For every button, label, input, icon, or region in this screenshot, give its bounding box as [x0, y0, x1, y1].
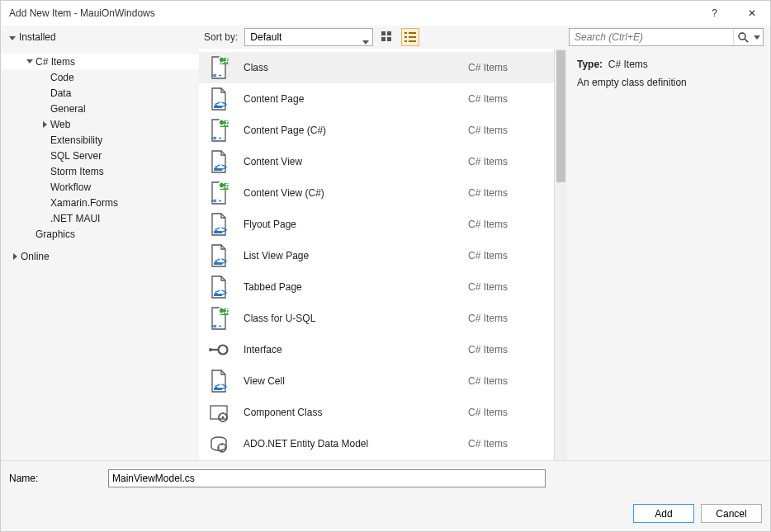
- search-icon: [737, 31, 749, 43]
- tree-item-label: C# Items: [35, 56, 75, 68]
- footer: Name: Add Cancel: [1, 460, 770, 531]
- template-row[interactable]: Component ClassC# Items: [199, 397, 554, 428]
- template-row[interactable]: Class for U-SQLC# Items: [199, 303, 554, 334]
- svg-point-10: [739, 33, 745, 40]
- tree-item[interactable]: General: [1, 101, 199, 116]
- sort-by-label: Sort by:: [204, 31, 238, 43]
- template-row[interactable]: Application Configuration FileC# Items: [199, 459, 554, 460]
- svg-rect-3: [387, 37, 391, 41]
- template-row[interactable]: Tabbed PageC# Items: [199, 271, 554, 303]
- online-tab[interactable]: Online: [1, 248, 199, 264]
- template-row[interactable]: List View PageC# Items: [199, 240, 554, 271]
- cancel-button[interactable]: Cancel: [701, 504, 762, 523]
- xaml-icon: [207, 370, 230, 393]
- installed-tab-label: Installed: [19, 31, 56, 43]
- template-row[interactable]: Content PageC# Items: [199, 83, 554, 115]
- tree-item-label: Storm Items: [50, 166, 104, 177]
- tree-item[interactable]: Extensibility: [1, 132, 199, 148]
- tree-item-label: Workflow: [50, 181, 91, 193]
- svg-rect-8: [404, 40, 407, 42]
- xaml-icon: [207, 244, 230, 267]
- template-name: List View Page: [244, 250, 455, 261]
- template-category: C# Items: [468, 156, 542, 167]
- template-row[interactable]: ADO.NET Entity Data ModelC# Items: [199, 428, 554, 459]
- tree-item[interactable]: C# Items: [1, 54, 199, 69]
- search-dropdown-button[interactable]: [751, 29, 763, 45]
- template-name: Content Page (C#): [244, 125, 455, 136]
- cs-icon: [207, 181, 230, 205]
- template-name: Content View (C#): [244, 187, 455, 199]
- svg-rect-6: [404, 36, 407, 38]
- tree-item-label: Code: [50, 72, 74, 83]
- add-button[interactable]: Add: [633, 504, 694, 523]
- template-row[interactable]: ClassC# Items: [199, 52, 554, 83]
- help-button[interactable]: ?: [696, 1, 733, 26]
- cancel-button-label: Cancel: [716, 508, 746, 520]
- tree-item-label: .NET MAUI: [50, 213, 100, 224]
- template-row[interactable]: Content ViewC# Items: [199, 146, 554, 177]
- template-row[interactable]: Content Page (C#)C# Items: [199, 115, 554, 146]
- tree-item[interactable]: Web: [1, 116, 199, 132]
- tree-item-label: General: [50, 103, 86, 115]
- template-category: C# Items: [468, 375, 542, 387]
- chevron-down-icon: [9, 31, 16, 43]
- name-label: Name:: [9, 473, 100, 484]
- view-list-button[interactable]: [401, 28, 419, 46]
- tree-item[interactable]: Data: [1, 85, 199, 101]
- cs-icon: [207, 307, 230, 330]
- template-category: C# Items: [468, 62, 542, 73]
- installed-tab[interactable]: Installed: [9, 31, 56, 43]
- list-icon: [404, 31, 416, 43]
- template-category: C# Items: [468, 187, 542, 199]
- template-name: Class for U-SQL: [244, 313, 455, 324]
- tree-item[interactable]: .NET MAUI: [1, 210, 199, 226]
- search-button[interactable]: [733, 29, 751, 45]
- template-category: C# Items: [468, 250, 542, 261]
- view-tiles-button[interactable]: [378, 28, 396, 46]
- category-tree: C# ItemsCodeDataGeneralWebExtensibilityS…: [1, 49, 199, 460]
- sort-by-select[interactable]: Default: [244, 28, 373, 46]
- svg-rect-2: [381, 37, 386, 41]
- type-label: Type:: [577, 59, 603, 70]
- add-button-label: Add: [655, 508, 672, 520]
- template-category: C# Items: [468, 125, 542, 136]
- scrollbar[interactable]: [554, 49, 567, 460]
- tree-item[interactable]: Workflow: [1, 179, 199, 195]
- svg-rect-9: [409, 40, 416, 42]
- search-box[interactable]: [569, 28, 764, 46]
- template-row[interactable]: InterfaceC# Items: [199, 334, 554, 365]
- template-row[interactable]: Flyout PageC# Items: [199, 209, 554, 240]
- template-name: View Cell: [244, 375, 455, 387]
- close-button[interactable]: ✕: [733, 1, 770, 26]
- component-icon: [207, 401, 230, 424]
- name-input[interactable]: [108, 469, 546, 487]
- tree-item[interactable]: Graphics: [1, 226, 199, 242]
- svg-rect-4: [404, 32, 407, 34]
- template-category: C# Items: [468, 93, 542, 105]
- tree-item[interactable]: Xamarin.Forms: [1, 195, 199, 210]
- template-row[interactable]: Content View (C#)C# Items: [199, 177, 554, 209]
- template-list: ClassC# ItemsContent PageC# ItemsContent…: [199, 49, 567, 460]
- type-value: C# Items: [608, 59, 648, 70]
- xaml-icon: [207, 275, 230, 299]
- template-name: Component Class: [244, 407, 455, 418]
- scrollbar-thumb[interactable]: [556, 50, 565, 182]
- chevron-right-icon: [9, 253, 21, 260]
- template-name: Content View: [244, 156, 455, 167]
- template-category: C# Items: [468, 219, 542, 230]
- template-name: Tabbed Page: [244, 281, 455, 293]
- details-panel: Type: C# Items An empty class definition: [567, 49, 770, 460]
- window-title: Add New Item - MauiOnWindows: [9, 7, 696, 19]
- interface-icon: [207, 338, 230, 361]
- search-input[interactable]: [570, 31, 733, 43]
- template-name: ADO.NET Entity Data Model: [244, 438, 455, 450]
- tree-item-label: Xamarin.Forms: [50, 197, 118, 209]
- tree-item[interactable]: SQL Server: [1, 148, 199, 163]
- template-row[interactable]: View CellC# Items: [199, 365, 554, 397]
- xaml-icon: [207, 87, 230, 111]
- template-name: Content Page: [244, 93, 455, 105]
- tree-item[interactable]: Storm Items: [1, 163, 199, 179]
- tree-item[interactable]: Code: [1, 69, 199, 85]
- xaml-icon: [207, 150, 230, 173]
- toolbar: Installed Sort by: Default: [1, 26, 770, 49]
